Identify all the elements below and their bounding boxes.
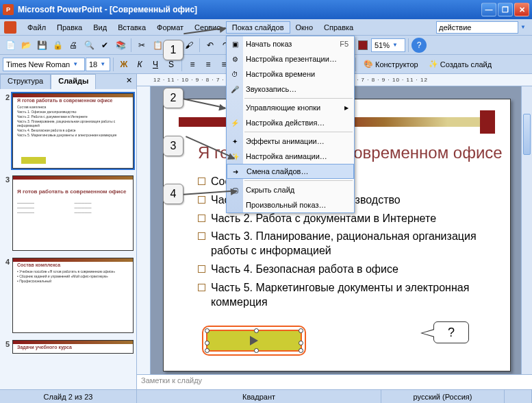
mic-icon: 🎤	[229, 84, 240, 95]
panel-tabs: Структура Слайды ✕	[0, 74, 136, 89]
menu-edit[interactable]: Правка	[51, 22, 88, 33]
menu-start-show[interactable]: ▣Начать показF5	[227, 36, 354, 51]
vertical-scrollbar[interactable]	[521, 86, 532, 374]
menu-record[interactable]: 🎤Звукозапись…	[227, 82, 354, 97]
projector-icon: ▣	[229, 38, 240, 49]
status-bar: Слайд 2 из 23 Квадрант русский (Россия)	[0, 389, 532, 403]
panel-close-icon[interactable]: ✕	[122, 74, 136, 89]
cut-icon[interactable]: ✂	[134, 38, 149, 53]
transition-icon: ➜	[230, 166, 241, 177]
thumbnail-2[interactable]: 2 Я готов работать в современном офисе С…	[3, 93, 134, 169]
color-icon[interactable]	[355, 38, 370, 53]
menu-help[interactable]: Справка	[318, 22, 359, 33]
italic-button[interactable]: К	[132, 57, 147, 72]
callout-question: ?	[433, 321, 469, 343]
tab-outline[interactable]: Структура	[0, 74, 51, 89]
thumb-number: 2	[3, 93, 12, 169]
status-layout: Квадрант	[137, 390, 381, 403]
menu-rehearse[interactable]: ⏱Настройка времени	[227, 66, 354, 82]
font-size-combo[interactable]: 18▼	[86, 58, 110, 71]
status-language[interactable]: русский (Россия)	[381, 390, 505, 403]
callout-2: 2	[163, 88, 183, 108]
font-combo[interactable]: Times New Roman▼	[3, 58, 85, 71]
callout-4: 4	[163, 184, 183, 204]
thumb-number: 3	[3, 175, 12, 251]
status-extra	[505, 390, 532, 403]
menu-format[interactable]: Формат	[151, 22, 189, 33]
slides-panel: Структура Слайды ✕ 2 Я готов работать в …	[0, 74, 137, 389]
help-icon[interactable]: ?	[411, 38, 427, 53]
callout-1: 1	[163, 40, 183, 60]
star-icon: ✦	[229, 136, 240, 147]
window-title: Microsoft PowerPoint - [Современный офис…	[18, 5, 480, 14]
minimize-button[interactable]: —	[481, 3, 496, 16]
open-icon[interactable]: 📂	[18, 38, 34, 53]
action-button[interactable]	[206, 330, 302, 352]
menu-custom-animation[interactable]: ✨Настройка анимации…	[227, 149, 354, 164]
menu-file[interactable]: Файл	[22, 22, 51, 33]
spell-icon[interactable]: ✔	[97, 38, 112, 53]
help-search: ▼	[436, 21, 528, 34]
status-slide: Слайд 2 из 23	[0, 390, 137, 403]
maximize-button[interactable]: ❐	[498, 3, 513, 16]
clock-icon: ⏱	[229, 69, 240, 80]
title-bar: P Microsoft PowerPoint - [Современный оф…	[0, 0, 532, 19]
menu-action-buttons[interactable]: Управляющие кнопки▶	[227, 100, 354, 115]
print-icon[interactable]: 🖨	[66, 38, 81, 53]
undo-icon[interactable]: ↶	[203, 38, 218, 53]
align-center-icon[interactable]: ≡	[201, 57, 216, 72]
callout-3: 3	[163, 136, 183, 156]
menu-custom-show[interactable]: Произвольный показ…	[227, 197, 354, 212]
research-icon[interactable]: 📚	[113, 38, 128, 53]
menu-action-settings[interactable]: ⚡Настройка действия…	[227, 115, 354, 130]
new-icon[interactable]: 📄	[3, 38, 18, 53]
menu-setup-show[interactable]: ⚙Настройка презентации…	[227, 51, 354, 66]
app-icon: P	[3, 4, 14, 15]
play-icon	[250, 336, 258, 345]
notes-pane[interactable]: Заметки к слайду	[137, 374, 532, 389]
permission-icon[interactable]: 🔒	[50, 38, 65, 53]
menu-animation-schemes[interactable]: ✦Эффекты анимации…	[227, 134, 354, 149]
help-input[interactable]	[436, 21, 518, 34]
action-icon: ⚡	[229, 117, 240, 128]
menu-bar: Файл Правка Вид Вставка Формат Сервис По…	[0, 19, 532, 36]
bold-button[interactable]: Ж	[116, 57, 131, 72]
format-painter-icon[interactable]: 🖌	[181, 38, 197, 53]
thumbnails-list[interactable]: 2 Я готов работать в современном офисе С…	[0, 89, 136, 389]
menu-slideshow[interactable]: Показ слайдов	[226, 21, 290, 34]
menu-view[interactable]: Вид	[88, 22, 112, 33]
underline-button[interactable]: Ч	[148, 57, 163, 72]
thumb-number: 4	[3, 258, 12, 333]
preview-icon[interactable]: 🔍	[81, 38, 97, 53]
ruler-vertical	[137, 86, 151, 374]
menu-slide-transition[interactable]: ➜Смена слайдов…	[227, 164, 354, 179]
gear-icon: ⚙	[229, 53, 240, 64]
thumbnail-3[interactable]: 3 Я готов работать в современном офисе —…	[3, 175, 134, 251]
thumbnail-4[interactable]: 4 Состав комплекса • Учебное пособие «Я …	[3, 258, 134, 333]
app-menu-icon[interactable]	[4, 21, 16, 34]
designer-button[interactable]: 🎨Конструктор	[359, 57, 423, 72]
thumb-number: 5	[3, 340, 12, 354]
align-left-icon[interactable]: ≡	[185, 57, 200, 72]
save-icon[interactable]: 💾	[34, 38, 49, 53]
tab-slides[interactable]: Слайды	[51, 74, 96, 89]
menu-insert[interactable]: Вставка	[112, 22, 151, 33]
menu-hide-slide[interactable]: ▢Скрыть слайд	[227, 182, 354, 197]
slideshow-menu: ▣Начать показF5 ⚙Настройка презентации… …	[226, 36, 355, 213]
thumbnail-5[interactable]: 5 Задачи учебного курса	[3, 340, 134, 354]
zoom-combo[interactable]: 51%▼	[371, 38, 405, 52]
close-button[interactable]: ✕	[514, 3, 529, 16]
new-slide-button[interactable]: ✨Создать слайд	[424, 57, 496, 72]
menu-window[interactable]: Окно	[290, 22, 319, 33]
